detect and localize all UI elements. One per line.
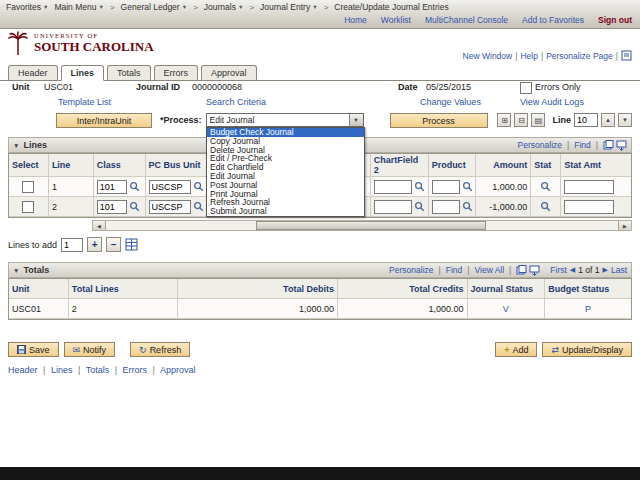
scroll-left-icon[interactable]: ◀ [93, 221, 106, 230]
row1-stat-amt-input[interactable] [564, 180, 614, 194]
add-button[interactable]: + Add [495, 342, 537, 357]
totals-find-link[interactable]: Find [446, 265, 463, 275]
search-criteria-link[interactable]: Search Criteria [206, 97, 266, 107]
notify-button[interactable]: ✉ Notify [64, 342, 116, 357]
pager-last-link[interactable]: Last [611, 265, 627, 275]
lookup-icon[interactable] [414, 201, 425, 212]
row2-chartfield2-input[interactable] [374, 200, 412, 214]
row1-pc-bus-unit-input[interactable] [149, 180, 191, 194]
lookup-icon[interactable] [540, 181, 551, 192]
add-row-icon[interactable]: + [87, 237, 102, 252]
dropdown-option-edit-chartfield[interactable]: Edit Chartfield [207, 163, 364, 172]
grid-action-icon-1[interactable]: ⊞ [497, 113, 511, 127]
line-down-icon[interactable]: ▼ [618, 113, 632, 127]
template-list-link[interactable]: Template List [58, 97, 111, 107]
help-link[interactable]: Help [520, 51, 537, 61]
row1-class-input[interactable] [97, 180, 127, 194]
download-grid-icon[interactable] [616, 140, 627, 151]
pager-first-link[interactable]: First [550, 265, 567, 275]
dropdown-option-print[interactable]: Print Journal [207, 190, 364, 199]
lines-horizontal-scrollbar[interactable]: ◀ ▶ [92, 220, 632, 231]
tab-header[interactable]: Header [8, 65, 58, 80]
pager-next-icon[interactable]: ▶ [603, 266, 608, 274]
delete-row-icon[interactable]: – [106, 237, 121, 252]
lookup-icon[interactable] [129, 181, 140, 192]
tab-approval[interactable]: Approval [201, 65, 257, 80]
breadcrumb-journal-entry[interactable]: Journal Entry▼ [260, 2, 318, 12]
dropdown-option-edit-precheck[interactable]: Edit / Pre-Check [207, 154, 364, 163]
journal-status-link[interactable]: V [503, 304, 509, 314]
dropdown-option-edit-journal[interactable]: Edit Journal [207, 172, 364, 181]
budget-status-link[interactable]: P [585, 304, 591, 314]
lookup-icon[interactable] [129, 201, 140, 212]
breadcrumb-journals[interactable]: Journals▼ [204, 2, 244, 12]
scrollbar-thumb[interactable] [256, 221, 486, 230]
totals-personalize-link[interactable]: Personalize [389, 265, 433, 275]
tab-errors[interactable]: Errors [154, 65, 199, 80]
refresh-button[interactable]: ↻ Refresh [130, 342, 190, 357]
row1-product-input[interactable] [432, 180, 460, 194]
view-all-icon[interactable] [603, 140, 614, 151]
scrollbar-track[interactable] [106, 221, 618, 230]
row2-stat-amt-input[interactable] [564, 200, 614, 214]
download-grid-icon[interactable] [529, 265, 540, 276]
row2-select-checkbox[interactable] [22, 201, 34, 213]
breadcrumb-favorites[interactable]: Favorites▼ [6, 2, 48, 12]
row2-product-input[interactable] [432, 200, 460, 214]
breadcrumb-general-ledger[interactable]: General Ledger▼ [121, 2, 188, 12]
lines-to-add-input[interactable] [61, 238, 83, 252]
view-audit-logs-link[interactable]: View Audit Logs [520, 97, 584, 107]
dropdown-option-delete[interactable]: Delete Journal [207, 146, 364, 155]
pager-prev-icon[interactable]: ◀ [570, 266, 575, 274]
copy-url-icon[interactable] [621, 50, 632, 61]
collapse-lines-icon[interactable]: ▼ [13, 142, 19, 149]
select-arrow-icon[interactable]: ▼ [349, 114, 363, 126]
grid-action-icon-2[interactable]: ⊟ [514, 113, 528, 127]
lookup-icon[interactable] [414, 181, 425, 192]
errors-only-checkbox[interactable] [520, 82, 532, 94]
process-button[interactable]: Process [390, 113, 488, 128]
save-button[interactable]: Save [8, 342, 59, 357]
worklist-link[interactable]: Worklist [381, 15, 411, 25]
change-values-link[interactable]: Change Values [420, 97, 481, 107]
line-up-icon[interactable]: ▲ [601, 113, 615, 127]
personalize-page-link[interactable]: Personalize Page [546, 51, 613, 61]
dropdown-option-copy[interactable]: Copy Journal [207, 137, 364, 146]
footer-lines-link[interactable]: Lines [51, 365, 73, 375]
scroll-right-icon[interactable]: ▶ [618, 221, 631, 230]
sign-out-link[interactable]: Sign out [598, 15, 632, 25]
home-link[interactable]: Home [344, 15, 367, 25]
dropdown-option-refresh[interactable]: Refresh Journal [207, 198, 364, 207]
dropdown-option-submit[interactable]: Submit Journal [207, 207, 364, 216]
lookup-icon[interactable] [193, 181, 204, 192]
row1-select-checkbox[interactable] [22, 181, 34, 193]
update-display-button[interactable]: ⇄ Update/Display [542, 342, 632, 357]
line-nav-input[interactable] [574, 113, 598, 127]
row2-pc-bus-unit-input[interactable] [149, 200, 191, 214]
grid-action-icon-3[interactable]: ▤ [531, 113, 545, 127]
tab-totals[interactable]: Totals [107, 65, 151, 80]
lines-personalize-link[interactable]: Personalize [518, 140, 562, 150]
row1-chartfield2-input[interactable] [374, 180, 412, 194]
footer-header-link[interactable]: Header [8, 365, 38, 375]
lookup-icon[interactable] [462, 201, 473, 212]
footer-errors-link[interactable]: Errors [123, 365, 148, 375]
process-select[interactable]: Edit Journal ▼ [206, 113, 364, 127]
lines-find-link[interactable]: Find [574, 140, 591, 150]
lookup-icon[interactable] [193, 201, 204, 212]
lookup-icon[interactable] [540, 201, 551, 212]
journal-lines-grid-icon[interactable] [125, 238, 138, 251]
dropdown-option-post[interactable]: Post Journal [207, 181, 364, 190]
footer-approval-link[interactable]: Approval [160, 365, 196, 375]
row2-class-input[interactable] [97, 200, 127, 214]
lookup-icon[interactable] [462, 181, 473, 192]
dropdown-option-budget-check[interactable]: Budget Check Journal [207, 128, 364, 137]
breadcrumb-main-menu[interactable]: Main Menu▼ [54, 2, 104, 12]
tab-lines[interactable]: Lines [61, 65, 105, 81]
inter-intraunit-button[interactable]: Inter/IntraUnit [56, 113, 152, 128]
multichannel-console-link[interactable]: MultiChannel Console [425, 15, 508, 25]
view-all-icon[interactable] [516, 265, 527, 276]
totals-view-all-link[interactable]: View All [475, 265, 505, 275]
footer-totals-link[interactable]: Totals [86, 365, 110, 375]
new-window-link[interactable]: New Window [463, 51, 513, 61]
